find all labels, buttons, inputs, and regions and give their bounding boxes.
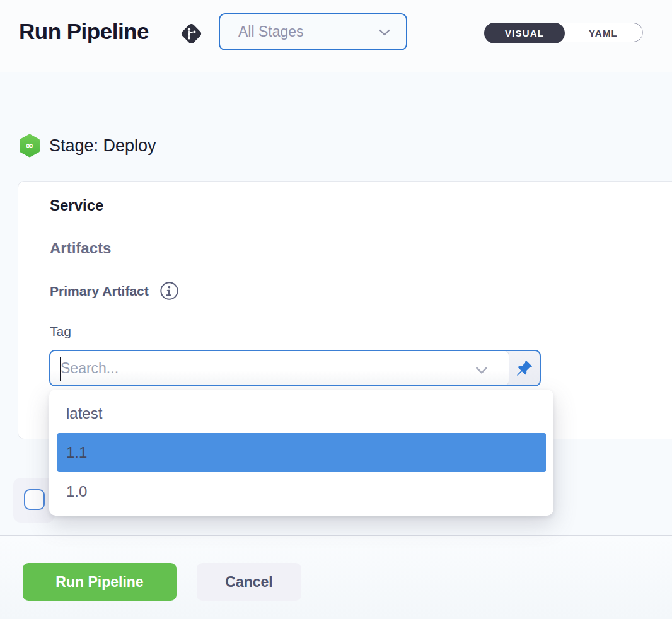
pin-button[interactable] [509,351,540,385]
stage-label: Stage: Deploy [49,136,156,156]
tag-option-latest[interactable]: latest [49,394,553,433]
cd-stage-icon: ∞ [19,134,40,158]
tag-combobox [49,350,541,386]
chevron-down-icon [377,25,392,40]
tag-options-menu: latest 1.1 1.0 [49,390,553,516]
text-cursor [60,357,61,381]
run-pipeline-button[interactable]: Run Pipeline [23,563,177,601]
stage-row: ∞ Stage: Deploy [19,134,156,158]
tag-search-input[interactable] [61,351,464,385]
stage-scope-select[interactable]: All Stages [219,13,407,50]
cancel-button[interactable]: Cancel [197,563,301,601]
artifacts-heading: Artifacts [50,240,111,257]
dialog-footer: Run Pipeline Cancel [0,536,672,619]
chevron-down-icon[interactable] [473,362,490,378]
info-icon[interactable] [159,281,179,301]
pin-icon [516,360,533,377]
git-branch-icon [178,21,204,46]
tag-option-1-1[interactable]: 1.1 [57,433,546,472]
svg-text:∞: ∞ [25,139,33,151]
toggle-visual[interactable]: VISUAL [484,23,565,43]
tag-search-field[interactable] [50,351,509,385]
stage-scope-value: All Stages [238,23,377,40]
service-heading: Service [50,197,103,214]
page-title: Run Pipeline [19,19,149,44]
footer-divider [0,535,672,536]
primary-artifact-label: Primary Artifact [50,284,149,299]
tag-option-1-0[interactable]: 1.0 [49,472,553,511]
tag-field-label: Tag [50,324,71,339]
toggle-yaml[interactable]: YAML [564,23,642,43]
preflight-checkbox[interactable] [24,489,45,510]
run-pipeline-dialog: Run Pipeline All Stages VISUAL YAML [0,0,672,619]
primary-artifact-row: Primary Artifact [50,281,179,301]
visual-yaml-toggle: VISUAL YAML [484,23,643,42]
dialog-header: Run Pipeline All Stages VISUAL YAML [0,0,672,72]
